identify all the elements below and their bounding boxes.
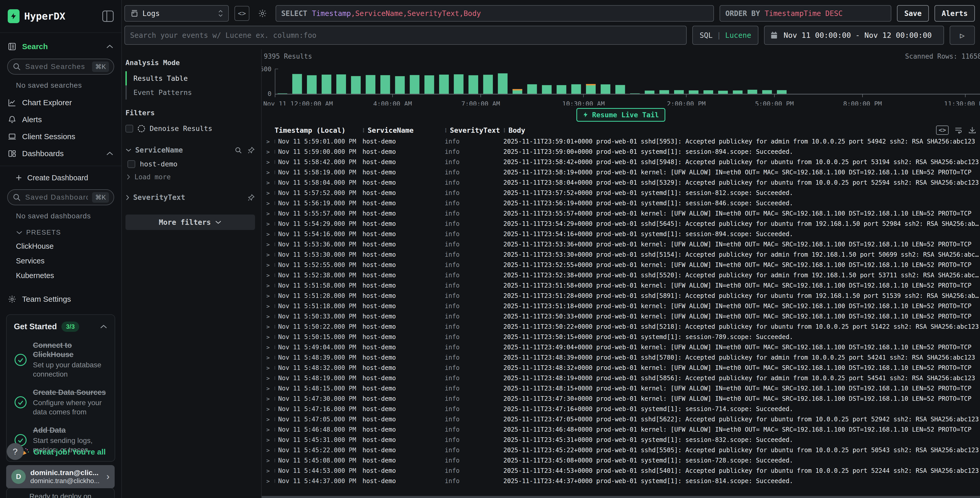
table-row[interactable]: >Nov 11 5:50:22.000 PMhost-demoinfo2025-… <box>262 322 980 332</box>
table-row[interactable]: >Nov 11 5:52:55.000 PMhost-demoinfo2025-… <box>262 260 980 270</box>
table-row[interactable]: >Nov 11 5:56:19.000 PMhost-demoinfo2025-… <box>262 198 980 208</box>
sidebar-item-dashboards[interactable]: Dashboards <box>0 145 121 162</box>
row-expand-chevron[interactable]: > <box>262 283 275 289</box>
preset-clickhouse[interactable]: ClickHouse <box>0 239 121 254</box>
table-row[interactable]: >Nov 11 5:48:39.000 PMhost-demoinfo2025-… <box>262 353 980 363</box>
table-row[interactable]: >Nov 11 5:47:30.000 PMhost-demoinfo2025-… <box>262 394 980 404</box>
column-header-severitytext[interactable]: ⁞SeverityText <box>445 126 503 134</box>
presets-toggle[interactable]: PRESETS <box>0 225 121 239</box>
sidebar-collapse-icon[interactable] <box>102 11 114 22</box>
saved-dashboards-input[interactable] <box>25 193 88 201</box>
row-expand-chevron[interactable]: > <box>262 241 275 248</box>
table-row[interactable]: >Nov 11 5:50:33.000 PMhost-demoinfo2025-… <box>262 311 980 322</box>
sidebar-item-alerts[interactable]: Alerts <box>0 111 121 128</box>
table-row[interactable]: >Nov 11 5:53:36.000 PMhost-demoinfo2025-… <box>262 239 980 249</box>
table-row[interactable]: >Nov 11 5:51:28.000 PMhost-demoinfo2025-… <box>262 290 980 301</box>
denoise-checkbox[interactable] <box>126 125 133 132</box>
column-header-body[interactable]: ⁞Body <box>503 126 980 134</box>
table-row[interactable]: >Nov 11 5:54:29.000 PMhost-demoinfo2025-… <box>262 219 980 229</box>
code-toggle-button[interactable]: <> <box>234 6 249 21</box>
row-expand-chevron[interactable]: > <box>262 293 275 299</box>
get-started-item[interactable]: Connect to ClickHouseSet up your databas… <box>14 341 107 379</box>
column-header-timestamp[interactable]: Timestamp (Local) <box>275 126 363 134</box>
table-row[interactable]: >Nov 11 5:58:04.000 PMhost-demoinfo2025-… <box>262 177 980 188</box>
table-row[interactable]: >Nov 11 5:55:57.000 PMhost-demoinfo2025-… <box>262 208 980 219</box>
row-expand-chevron[interactable]: > <box>262 262 275 268</box>
denoise-results-option[interactable]: Denoise Results <box>126 121 255 136</box>
columns-code-icon[interactable]: <> <box>936 126 949 135</box>
row-expand-chevron[interactable]: > <box>262 272 275 279</box>
table-row[interactable]: >Nov 11 5:51:58.000 PMhost-demoinfo2025-… <box>262 280 980 290</box>
logo[interactable]: HyperDX <box>8 9 65 23</box>
saved-searches-input[interactable] <box>25 62 88 71</box>
table-row[interactable]: >Nov 11 5:47:16.000 PMhost-demoinfo2025-… <box>262 404 980 414</box>
row-expand-chevron[interactable]: > <box>262 231 275 238</box>
table-row[interactable]: >Nov 11 5:52:38.000 PMhost-demoinfo2025-… <box>262 270 980 280</box>
help-button[interactable]: ? <box>7 443 24 460</box>
row-expand-chevron[interactable]: > <box>262 313 275 320</box>
table-row[interactable]: >Nov 11 5:45:08.000 PMhost-demoinfo2025-… <box>262 455 980 466</box>
table-row[interactable]: >Nov 11 5:58:19.000 PMhost-demoinfo2025-… <box>262 167 980 177</box>
event-search-input[interactable] <box>130 31 681 40</box>
sidebar-item-client-sessions[interactable]: Client Sessions <box>0 128 121 145</box>
pin-icon[interactable] <box>247 194 255 201</box>
row-expand-chevron[interactable]: > <box>262 468 275 474</box>
lang-lucene[interactable]: Lucene <box>725 31 751 40</box>
row-expand-chevron[interactable]: > <box>262 252 275 258</box>
saved-dashboards-search[interactable]: ⌘K <box>7 189 114 205</box>
chevron-up-icon[interactable] <box>106 44 114 49</box>
load-more-button[interactable]: Load more <box>126 171 255 183</box>
column-drag-handle[interactable]: ⁞ <box>503 126 505 134</box>
table-row[interactable]: >Nov 11 5:45:22.000 PMhost-demoinfo2025-… <box>262 445 980 455</box>
row-expand-chevron[interactable]: > <box>262 426 275 433</box>
row-expand-chevron[interactable]: > <box>262 406 275 412</box>
table-row[interactable]: >Nov 11 5:49:04.000 PMhost-demoinfo2025-… <box>262 342 980 353</box>
table-row[interactable]: >Nov 11 5:59:01.000 PMhost-demoinfo2025-… <box>262 136 980 147</box>
row-expand-chevron[interactable]: > <box>262 138 275 145</box>
filter-group-servicename[interactable]: ServiceName <box>126 143 255 157</box>
table-row[interactable]: >Nov 11 5:59:00.000 PMhost-demoinfo2025-… <box>262 147 980 157</box>
table-row[interactable]: >Nov 11 5:50:15.000 PMhost-demoinfo2025-… <box>262 332 980 342</box>
table-row[interactable]: >Nov 11 5:44:37.000 PMhost-demoinfo2025-… <box>262 476 980 486</box>
sidebar-item-search[interactable]: Search <box>0 38 121 55</box>
download-icon[interactable] <box>968 126 977 134</box>
horizontal-scrollbar[interactable] <box>262 496 980 498</box>
table-row[interactable]: >Nov 11 5:48:15.000 PMhost-demoinfo2025-… <box>262 383 980 394</box>
get-started-item[interactable]: Create Data SourcesConfigure where your … <box>14 388 107 417</box>
create-dashboard-button[interactable]: Create Dashboard <box>0 170 121 186</box>
table-row[interactable]: >Nov 11 5:48:32.000 PMhost-demoinfo2025-… <box>262 363 980 373</box>
table-row[interactable]: >Nov 11 5:53:30.000 PMhost-demoinfo2025-… <box>262 249 980 260</box>
row-expand-chevron[interactable]: > <box>262 385 275 392</box>
run-query-button[interactable]: ▷ <box>950 26 975 45</box>
alerts-button[interactable]: Alerts <box>934 5 975 22</box>
chevron-up-icon[interactable] <box>100 324 107 329</box>
results-histogram[interactable]: 6000Nov 11 12:00:00 AM4:00:00 AM7:00:00 … <box>262 60 980 105</box>
column-header-servicename[interactable]: ⁞ServiceName <box>363 126 445 134</box>
row-expand-chevron[interactable]: > <box>262 447 275 453</box>
row-expand-chevron[interactable]: > <box>262 324 275 330</box>
row-expand-chevron[interactable]: > <box>262 365 275 371</box>
row-expand-chevron[interactable]: > <box>262 478 275 484</box>
mode-results-table[interactable]: Results Table <box>126 71 255 85</box>
row-expand-chevron[interactable]: > <box>262 149 275 155</box>
row-expand-chevron[interactable]: > <box>262 211 275 217</box>
row-expand-chevron[interactable]: > <box>262 344 275 351</box>
row-expand-chevron[interactable]: > <box>262 159 275 165</box>
language-toggle[interactable]: SQL | Lucene <box>692 26 758 45</box>
table-row[interactable]: >Nov 11 5:48:19.000 PMhost-demoinfo2025-… <box>262 373 980 383</box>
pin-icon[interactable] <box>247 146 255 154</box>
lang-sql[interactable]: SQL <box>700 31 713 40</box>
row-expand-chevron[interactable]: > <box>262 190 275 196</box>
table-row[interactable]: >Nov 11 5:47:05.000 PMhost-demoinfo2025-… <box>262 414 980 425</box>
row-expand-chevron[interactable]: > <box>262 437 275 443</box>
sidebar-item-team-settings[interactable]: Team Settings <box>0 290 121 308</box>
table-row[interactable]: >Nov 11 5:44:53.000 PMhost-demoinfo2025-… <box>262 466 980 476</box>
row-expand-chevron[interactable]: > <box>262 396 275 402</box>
wrap-lines-icon[interactable] <box>954 126 963 134</box>
preset-kubernetes[interactable]: Kubernetes <box>0 268 121 283</box>
row-expand-chevron[interactable]: > <box>262 303 275 310</box>
event-search[interactable] <box>124 26 687 45</box>
row-expand-chevron[interactable]: > <box>262 334 275 340</box>
row-expand-chevron[interactable]: > <box>262 375 275 381</box>
sidebar-item-chart-explorer[interactable]: Chart Explorer <box>0 94 121 111</box>
